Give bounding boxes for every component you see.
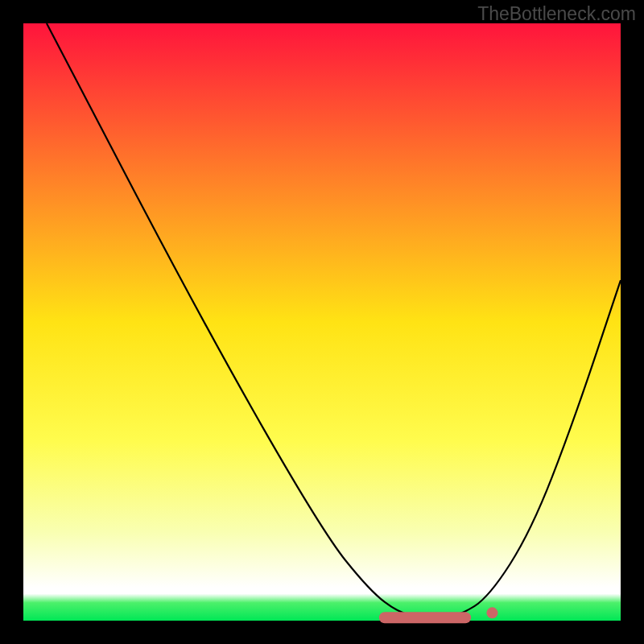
marker-dot <box>486 607 497 618</box>
watermark-text: TheBottleneck.com <box>477 3 636 25</box>
plot-area <box>23 23 621 621</box>
chart-container: TheBottleneck.com <box>0 0 644 644</box>
chart-svg <box>0 0 644 644</box>
